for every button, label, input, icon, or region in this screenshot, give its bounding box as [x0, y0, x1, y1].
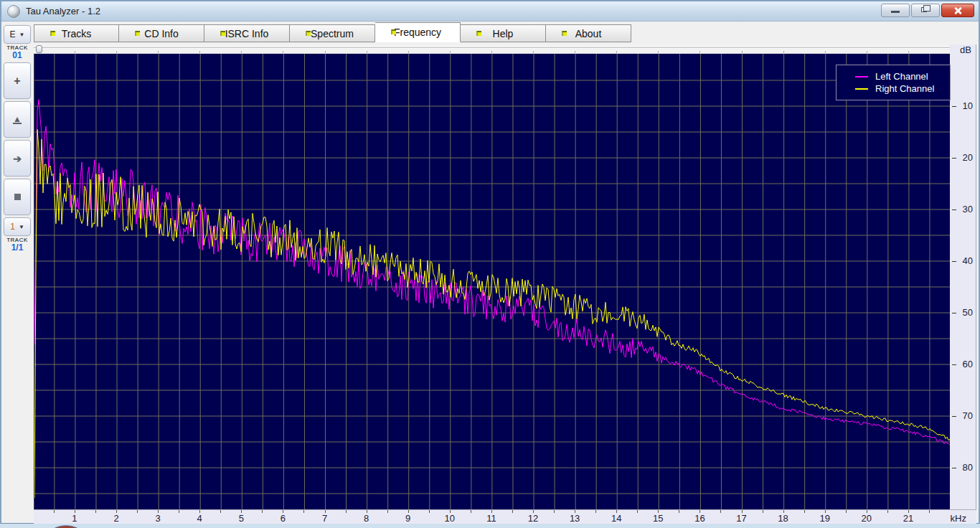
x-tick-label: 13 — [564, 513, 585, 524]
zoom-slider — [34, 44, 950, 54]
y-tick-label: 60 — [951, 359, 973, 369]
drive-selector[interactable]: E ▼ — [4, 25, 31, 44]
x-tick-label: 2 — [105, 513, 127, 524]
tab-marker-icon — [306, 31, 311, 36]
tab-frequency[interactable]: Frequency — [375, 22, 461, 42]
x-tick — [471, 510, 471, 513]
x-tick — [54, 510, 55, 513]
x-tick — [512, 510, 513, 513]
tab-label: Help — [493, 28, 514, 39]
slider-tick — [408, 51, 409, 53]
restore-icon — [921, 7, 927, 12]
x-axis-unit: kHz — [951, 513, 966, 524]
tab-tracks[interactable]: Tracks — [34, 24, 119, 42]
y-axis-unit: dB — [960, 44, 971, 55]
x-tick — [763, 510, 763, 513]
slider-tick — [367, 51, 367, 53]
slider-tick — [199, 51, 200, 53]
slider-tick — [491, 51, 492, 53]
stop-icon — [14, 194, 21, 200]
tab-isrc-info[interactable]: ISRC Info — [204, 24, 290, 42]
slider-track — [34, 47, 950, 49]
slider-tick — [116, 51, 117, 53]
x-tick — [179, 510, 179, 513]
slider-tick — [158, 51, 159, 53]
slider-tick — [908, 51, 909, 53]
x-tick-label: 11 — [481, 513, 502, 524]
tab-marker-icon — [476, 31, 481, 36]
close-button[interactable] — [941, 4, 974, 17]
restore-button[interactable] — [911, 4, 940, 17]
y-tick-label: 40 — [951, 255, 973, 266]
x-tick-label: 4 — [189, 513, 210, 524]
x-tick-label: 3 — [147, 513, 169, 524]
tab-marker-icon — [391, 29, 396, 34]
x-tick-label: 19 — [814, 513, 836, 524]
track-selector[interactable]: 1 ▼ — [4, 217, 31, 236]
x-tick-label: 16 — [689, 513, 710, 524]
slider-tick — [75, 51, 75, 53]
y-tick-label: 70 — [951, 410, 973, 421]
close-icon — [953, 6, 962, 15]
slider-tick — [783, 51, 784, 53]
x-tick-label: 15 — [647, 513, 669, 524]
tab-label: CD Info — [144, 28, 178, 39]
chevron-down-icon: ▼ — [19, 224, 24, 230]
legend-label: Left Channel — [875, 71, 928, 82]
tab-cd-info[interactable]: CD Info — [119, 24, 204, 42]
next-button[interactable]: ➔ — [4, 140, 31, 176]
x-tick — [595, 510, 596, 513]
x-tick — [95, 510, 96, 513]
x-tick — [929, 510, 930, 513]
x-tick-label: 9 — [397, 513, 419, 524]
x-tick-label: 18 — [773, 513, 794, 524]
x-tick — [554, 510, 555, 513]
x-tick — [720, 510, 721, 513]
tab-label: About — [575, 28, 602, 39]
tab-marker-icon — [220, 31, 225, 36]
x-tick-label: 17 — [731, 513, 753, 524]
minimize-button[interactable] — [881, 4, 910, 17]
background-orb-icon — [39, 525, 93, 528]
eject-button[interactable]: ▲ — [4, 101, 31, 138]
x-tick-label: 6 — [272, 513, 293, 524]
drive-selector-value: E — [10, 29, 16, 39]
y-tick-label: 50 — [951, 307, 973, 318]
tab-label: Frequency — [394, 27, 441, 38]
slider-tick — [742, 51, 743, 53]
legend-entry: Right Channel — [855, 82, 950, 95]
desktop-behind — [0, 524, 980, 528]
slider-tick — [533, 51, 534, 53]
slider-tick — [325, 51, 326, 53]
tab-spectrum[interactable]: Spectrum — [290, 24, 375, 42]
track-count: 1/1 — [4, 243, 31, 253]
x-tick-label: 5 — [230, 513, 252, 524]
x-tick-label: 7 — [314, 513, 336, 524]
tab-label: Tracks — [62, 28, 91, 39]
slider-tick — [241, 51, 242, 53]
tab-marker-icon — [562, 31, 567, 36]
transport-buttons: +▲➔ — [4, 62, 32, 215]
slider-tick — [658, 51, 659, 53]
legend-swatch — [855, 88, 868, 90]
x-tick-label: 20 — [856, 513, 877, 524]
tab-help[interactable]: Help — [461, 24, 546, 42]
legend-swatch — [855, 76, 868, 77]
slider-tick — [699, 51, 700, 53]
arrow-right-icon: ➔ — [13, 153, 22, 164]
add-button[interactable]: + — [4, 62, 31, 99]
x-tick — [220, 510, 221, 513]
slider-thumb[interactable] — [36, 45, 42, 53]
x-tick-label: 21 — [897, 513, 919, 524]
x-tick — [804, 510, 805, 513]
track-selector-value: 1 — [10, 222, 15, 232]
slider-tick — [575, 51, 575, 53]
x-tick — [679, 510, 679, 513]
tab-marker-icon — [50, 31, 55, 36]
x-tick-label: 10 — [439, 513, 461, 524]
title-bar: Tau Analyzer - 1.2 — [1, 1, 979, 22]
stop-button[interactable] — [4, 179, 31, 215]
slider-tick — [450, 51, 451, 53]
tab-about[interactable]: About — [546, 24, 631, 42]
x-tick-label: 1 — [64, 513, 85, 524]
